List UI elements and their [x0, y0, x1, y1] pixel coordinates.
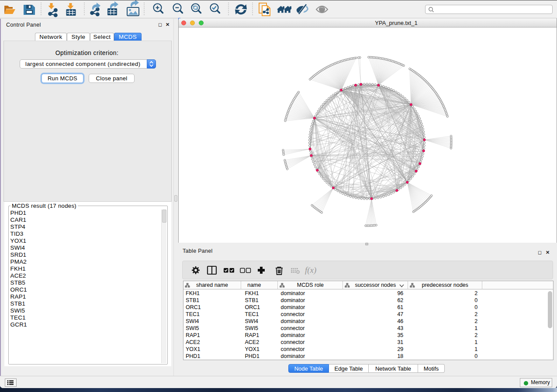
- svg-text:f(x): f(x): [305, 265, 316, 275]
